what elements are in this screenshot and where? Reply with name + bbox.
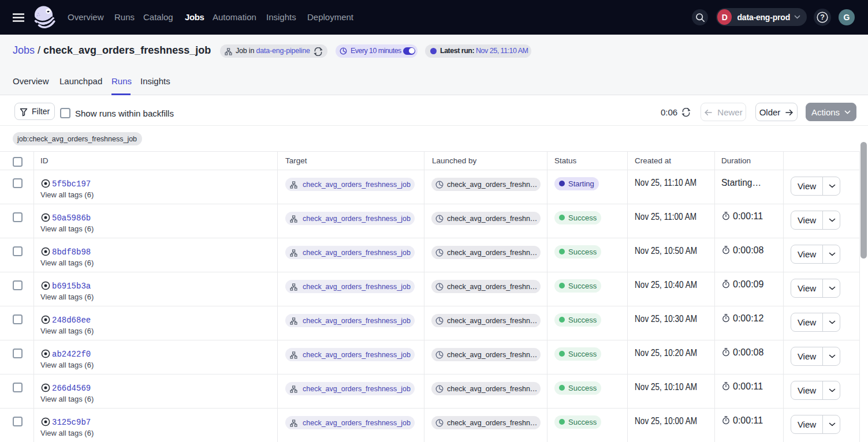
svg-text:?: ? [820, 13, 825, 21]
